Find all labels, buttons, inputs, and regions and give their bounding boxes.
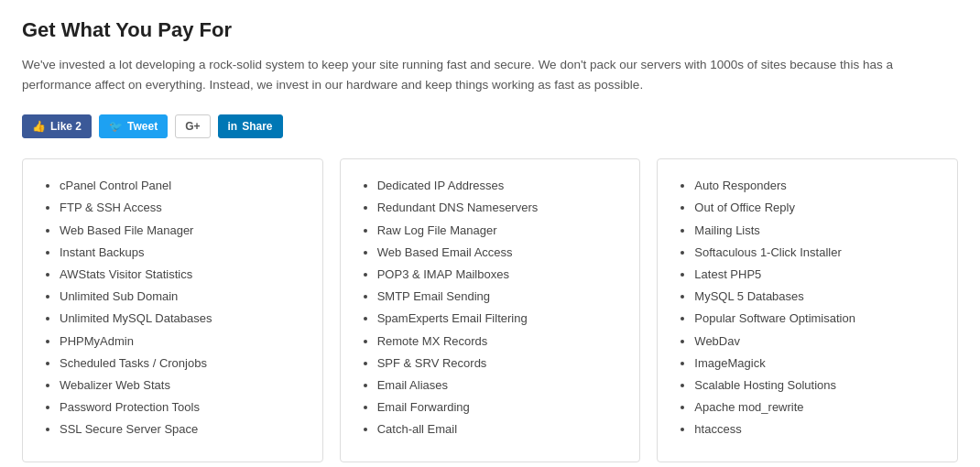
page-wrapper: Get What You Pay For We've invested a lo… [0,0,980,467]
linkedin-share-button[interactable]: in Share [218,114,283,138]
list-item: SSL Secure Server Space [60,421,304,438]
feature-list-3: Auto RespondersOut of Office ReplyMailin… [676,178,939,438]
list-item: Instant Backups [60,244,304,261]
list-item: PHPMyAdmin [60,333,304,350]
list-item: SMTP Email Sending [377,288,622,305]
feature-list-2: Dedicated IP AddressesRedundant DNS Name… [359,178,622,438]
list-item: Popular Software Optimisation [694,310,939,327]
list-item: SpamExperts Email Filtering [377,310,622,327]
list-item: ImageMagick [694,355,939,372]
list-item: Mailing Lists [694,223,939,239]
list-item: Unlimited MySQL Databases [60,310,304,327]
page-title: Get What You Pay For [22,18,958,42]
list-item: Web Based Email Access [377,244,622,261]
list-item: Web Based File Manager [60,223,304,239]
list-item: Latest PHP5 [694,266,939,283]
list-item: Remote MX Records [377,333,622,350]
list-item: Auto Responders [694,178,939,194]
list-item: WebDav [694,333,939,350]
twitter-icon: 🐦 [109,120,123,133]
google-plus-button[interactable]: G+ [175,114,210,138]
list-item: Email Forwarding [377,399,622,416]
feature-list-1: cPanel Control PanelFTP & SSH AccessWeb … [41,178,304,438]
facebook-like-button[interactable]: 👍 Like 2 [22,114,92,138]
list-item: MySQL 5 Databases [694,288,939,305]
list-item: Scheduled Tasks / Cronjobs [60,355,304,372]
list-item: Dedicated IP Addresses [377,178,622,194]
list-item: FTP & SSH Access [60,200,304,216]
social-bar: 👍 Like 2 🐦 Tweet G+ in Share [22,114,958,138]
list-item: Raw Log File Manager [377,223,622,239]
facebook-label: Like 2 [50,120,82,133]
list-item: Email Aliases [377,377,622,394]
list-item: Softaculous 1-Click Installer [694,244,939,261]
list-item: POP3 & IMAP Mailboxes [377,266,622,283]
feature-card-2: Dedicated IP AddressesRedundant DNS Name… [340,158,641,462]
list-item: Unlimited Sub Domain [60,288,304,305]
google-label: G+ [185,120,200,133]
list-item: Redundant DNS Nameservers [377,200,622,216]
list-item: Webalizer Web Stats [60,377,304,394]
list-item: AWStats Visitor Statistics [60,266,304,283]
features-grid: cPanel Control PanelFTP & SSH AccessWeb … [22,158,958,462]
feature-card-3: Auto RespondersOut of Office ReplyMailin… [657,158,958,462]
page-description: We've invested a lot developing a rock-s… [22,55,956,94]
feature-card-1: cPanel Control PanelFTP & SSH AccessWeb … [22,158,323,462]
list-item: Scalable Hosting Solutions [694,377,939,394]
twitter-label: Tweet [127,120,158,133]
list-item: cPanel Control Panel [60,178,304,194]
list-item: Apache mod_rewrite [694,399,939,416]
list-item: Out of Office Reply [694,200,939,216]
list-item: Catch-all Email [377,421,622,438]
list-item: SPF & SRV Records [377,355,622,372]
list-item: Password Protection Tools [60,399,304,416]
linkedin-label: Share [242,120,272,133]
list-item: htaccess [694,421,939,438]
facebook-icon: 👍 [32,120,46,133]
linkedin-icon: in [228,120,238,133]
twitter-tweet-button[interactable]: 🐦 Tweet [99,114,168,138]
